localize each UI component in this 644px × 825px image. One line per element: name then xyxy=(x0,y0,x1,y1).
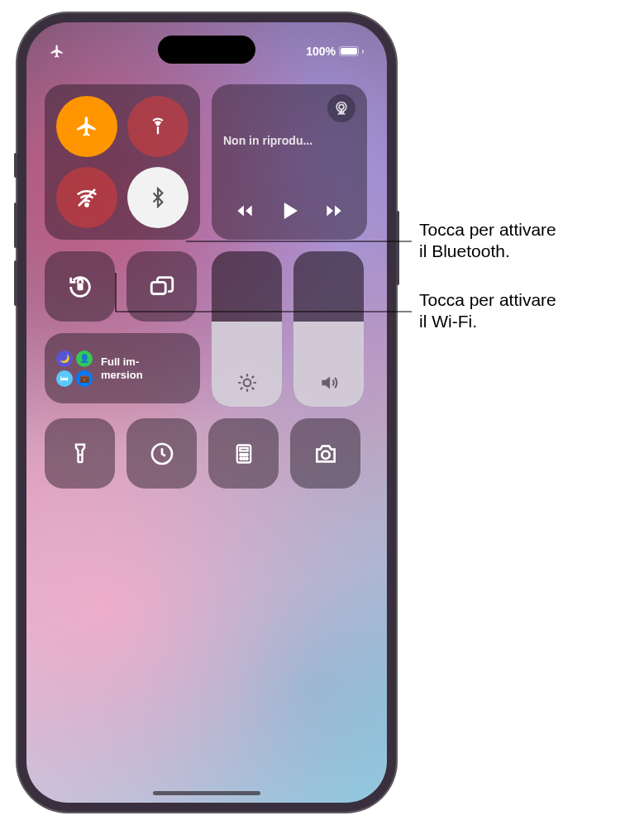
callout-bluetooth: Tocca per attivare il Bluetooth. xyxy=(419,219,556,263)
callout-wifi: Tocca per attivare il Wi-Fi. xyxy=(419,289,556,333)
